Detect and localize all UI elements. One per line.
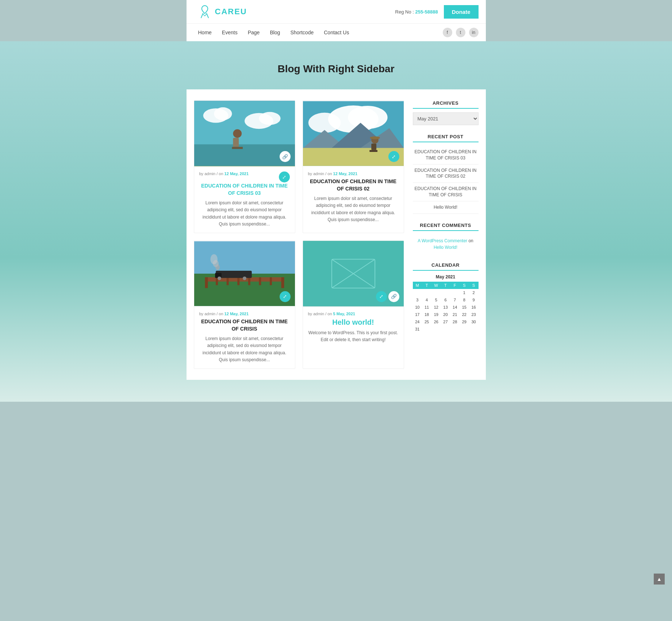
svg-rect-26	[281, 277, 284, 288]
svg-rect-31	[259, 277, 261, 285]
instagram-icon[interactable]: in	[469, 28, 479, 37]
post-3-share-icon[interactable]: ⤢	[280, 291, 291, 302]
posts-grid: 🔗 by admin / on 12 May, 2021 ⤢ EDUCATION…	[194, 100, 404, 369]
recent-posts-heading: RECENT POST	[413, 134, 479, 142]
calendar-table: M T W T F S S 1	[413, 282, 479, 333]
post-1-body: by admin / on 12 May, 2021 ⤢ EDUCATION O…	[194, 166, 295, 233]
post-4-meta: by admin / on 5 May, 2021	[308, 312, 355, 316]
svg-point-2	[214, 107, 232, 120]
calendar-month: May 2021	[413, 274, 479, 279]
hero-section: Blog With Right Sidebar	[0, 41, 672, 402]
post-1-share-icon[interactable]: ⤢	[279, 171, 290, 182]
post-1-title[interactable]: EDUCATION OF CHILDREN IN TIME OF CRISIS …	[199, 182, 290, 197]
post-1-link-icon[interactable]: 🔗	[280, 151, 291, 162]
post-3-title[interactable]: EDUCATION OF CHILDREN IN TIME OF CRISIS	[199, 318, 290, 332]
svg-point-36	[243, 277, 246, 280]
svg-rect-8	[232, 147, 243, 149]
cal-header-s2: S	[469, 282, 479, 289]
nav-page[interactable]: Page	[243, 24, 264, 41]
header-right: Reg No : 255-58888 Donate	[395, 5, 479, 19]
reg-label: Reg No : 255-58888	[395, 9, 438, 15]
recent-post-item-3[interactable]: EDUCATION OF CHILDREN IN TIME OF CRISIS	[413, 183, 479, 201]
svg-rect-18	[371, 144, 376, 150]
cal-row-5: 24 25 26 27 28 29 30	[413, 318, 479, 325]
cal-row-6: 31	[413, 325, 479, 333]
svg-point-4	[259, 112, 280, 125]
post-card-3: ⤢ by admin / on 12 May, 2021 EDUCATION O…	[194, 240, 295, 369]
svg-rect-30	[248, 277, 250, 285]
nav-shortcode[interactable]: Shortcode	[286, 24, 318, 41]
post-2-excerpt: Lorem ipsum dolor sit amet, consectetur …	[308, 195, 399, 223]
post-4-link-icon[interactable]: 🔗	[388, 291, 399, 302]
post-4-body: by admin / on 5 May, 2021 Hello world! W…	[303, 306, 404, 348]
post-2-body: by admin / on 12 May, 2021 EDUCATION OF …	[303, 166, 404, 228]
cal-header-s1: S	[460, 282, 469, 289]
recent-comment-1: A WordPress Commenter on Hello World!	[413, 235, 479, 254]
cal-header-f: F	[450, 282, 460, 289]
header-top: CAREU Reg No : 255-58888 Donate	[187, 0, 486, 24]
site-header: CAREU Reg No : 255-58888 Donate Home Eve…	[187, 0, 486, 41]
scroll-to-top-button[interactable]: ▲	[654, 574, 665, 585]
post-2-share-icon[interactable]: ⤢	[388, 151, 399, 162]
recent-posts-section: RECENT POST EDUCATION OF CHILDREN IN TIM…	[413, 134, 479, 214]
post-image-4: 🔗 ⤢	[303, 241, 404, 306]
recent-post-item-1[interactable]: EDUCATION OF CHILDREN IN TIME OF CRISIS …	[413, 146, 479, 165]
post-1-meta: by admin / on 12 May, 2021	[199, 171, 249, 176]
svg-rect-25	[205, 277, 208, 288]
cal-row-1: 1 2	[413, 289, 479, 296]
svg-rect-32	[270, 277, 272, 285]
recent-comments-heading: RECENT COMMENTS	[413, 223, 479, 231]
donate-button[interactable]: Donate	[444, 5, 479, 19]
post-2-title[interactable]: EDUCATION OF CHILDREN IN TIME OF CRISIS …	[308, 178, 399, 192]
recent-comments-section: RECENT COMMENTS A WordPress Commenter on…	[413, 223, 479, 254]
post-image-2: ⤢	[303, 101, 404, 166]
post-3-meta: by admin / on 12 May, 2021	[199, 312, 249, 316]
svg-point-35	[218, 277, 221, 280]
archives-select[interactable]: May 2021	[413, 112, 479, 125]
recent-post-item-4[interactable]: Hello World!	[413, 201, 479, 214]
twitter-icon[interactable]: t	[456, 28, 465, 37]
archives-heading: ARCHIVES	[413, 100, 479, 109]
svg-rect-19	[369, 150, 377, 152]
cal-header-m: M	[413, 282, 422, 289]
logo-text: CAREU	[215, 7, 247, 16]
post-3-body: by admin / on 12 May, 2021 EDUCATION OF …	[194, 306, 295, 369]
calendar-heading: CALENDAR	[413, 262, 479, 271]
post-4-share-icon[interactable]: ⤢	[376, 291, 387, 302]
nav-home[interactable]: Home	[194, 24, 216, 41]
facebook-icon[interactable]: f	[443, 28, 452, 37]
post-image-3: ⤢	[194, 241, 295, 306]
post-card-2: ⤢ by admin / on 12 May, 2021 EDUCATION O…	[303, 100, 404, 233]
svg-point-6	[233, 129, 242, 138]
svg-rect-7	[233, 138, 239, 147]
post-2-meta: by admin / on 12 May, 2021	[308, 171, 358, 176]
nav-blog[interactable]: Blog	[265, 24, 284, 41]
nav-bar: Home Events Page Blog Shortcode Contact …	[187, 24, 486, 41]
nav-events[interactable]: Events	[218, 24, 242, 41]
reg-number: 255-58888	[415, 9, 438, 15]
archives-section: ARCHIVES May 2021	[413, 100, 479, 125]
logo-area: CAREU	[197, 4, 247, 19]
cal-row-4: 17 18 19 20 21 22 23	[413, 311, 479, 318]
main-wrapper: 🔗 by admin / on 12 May, 2021 ⤢ EDUCATION…	[187, 89, 486, 380]
calendar-section: CALENDAR May 2021 M T W T F S S	[413, 262, 479, 333]
nav-contact[interactable]: Contact Us	[319, 24, 353, 41]
content-layout: 🔗 by admin / on 12 May, 2021 ⤢ EDUCATION…	[194, 100, 479, 369]
cal-header-w: W	[431, 282, 441, 289]
svg-rect-21	[373, 136, 377, 139]
svg-point-12	[308, 113, 341, 133]
post-4-excerpt: Welcome to WordPress. This is your first…	[308, 329, 399, 343]
post-3-excerpt: Lorem ipsum dolor sit amet, consectetur …	[199, 335, 290, 363]
post-1-excerpt: Lorem ipsum dolor sit amet, consectetur …	[199, 200, 290, 228]
recent-post-item-2[interactable]: EDUCATION OF CHILDREN IN TIME OF CRISIS …	[413, 165, 479, 183]
post-4-title[interactable]: Hello world!	[308, 318, 399, 327]
cal-row-3: 10 11 12 13 14 15 16	[413, 304, 479, 311]
cal-header-t1: T	[422, 282, 431, 289]
cal-header-t2: T	[441, 282, 450, 289]
page-title: Blog With Right Sidebar	[0, 56, 672, 89]
post-image-1: 🔗	[194, 101, 295, 166]
post-card-4: 🔗 ⤢ by admin / on 5 May, 2021 Hello worl…	[303, 240, 404, 369]
svg-point-39	[210, 254, 218, 265]
logo-icon	[197, 4, 212, 19]
sidebar: ARCHIVES May 2021 RECENT POST EDUCATION …	[413, 100, 479, 369]
